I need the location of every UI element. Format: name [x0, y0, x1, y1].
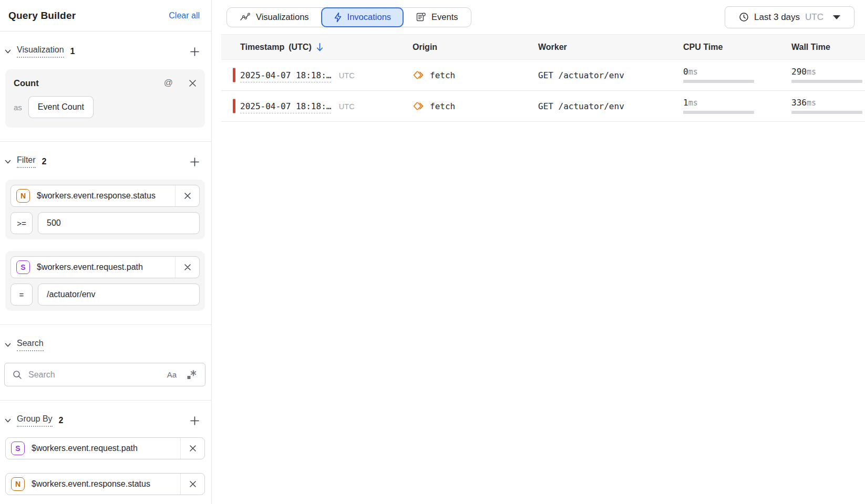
fetch-event-icon — [413, 70, 424, 80]
origin-cell: fetch — [400, 101, 526, 111]
close-icon[interactable] — [189, 79, 197, 87]
worker-cell: GET /actuator/env — [526, 101, 675, 111]
filter-value-input[interactable] — [38, 212, 200, 234]
column-header-origin[interactable]: Origin — [400, 43, 526, 52]
filter-operator-select[interactable]: = — [11, 284, 33, 306]
at-icon[interactable]: @ — [164, 78, 173, 88]
query-builder-sidebar: Query Builder Clear all Visualization 1 … — [0, 0, 212, 504]
table-row[interactable]: 2025-04-07 18:18:… UTC fetch GET /act — [221, 91, 865, 122]
chevron-down-icon[interactable] — [4, 417, 12, 424]
table-row[interactable]: 2025-04-07 18:18:… UTC fetch GET /act — [221, 60, 865, 91]
group-by-field[interactable]: S $workers.event.request.path — [5, 437, 205, 459]
wall-time-bar — [791, 80, 862, 83]
search-section-header: Search — [0, 338, 211, 352]
timestamp-cell: 2025-04-07 18:18:… UTC — [221, 70, 400, 80]
page-title: Query Builder — [8, 10, 76, 22]
filter-value-input[interactable] — [38, 284, 200, 306]
results-topbar: Visualizations Invocations — [212, 0, 865, 34]
wall-time-cell: 336ms — [783, 99, 865, 114]
filter-field[interactable]: N $workers.event.response.status — [11, 185, 200, 207]
column-label-timezone: (UTC) — [289, 43, 312, 52]
add-filter-button[interactable] — [190, 157, 200, 167]
search-section-label[interactable]: Search — [17, 339, 44, 351]
wall-time-unit: ms — [807, 98, 816, 108]
column-label: Wall Time — [791, 43, 830, 52]
column-header-timestamp[interactable]: Timestamp (UTC) — [221, 43, 400, 52]
wall-time-bar — [791, 111, 862, 114]
regex-toggle-icon[interactable] — [186, 369, 197, 380]
cpu-time-cell: 1ms — [675, 99, 783, 114]
filter-field-name: $workers.event.response.status — [37, 191, 175, 201]
tab-label: Events — [431, 12, 458, 22]
column-header-worker[interactable]: Worker — [526, 43, 675, 52]
event-note-icon — [416, 12, 426, 22]
column-label: Origin — [413, 43, 437, 52]
column-label: CPU Time — [683, 43, 723, 52]
filter-card: N $workers.event.response.status >= — [5, 180, 205, 239]
cpu-time-value: 0 — [683, 67, 688, 77]
group-by-field-name: $workers.event.response.status — [32, 479, 180, 489]
number-type-badge: N — [11, 477, 25, 491]
filter-card: S $workers.event.request.path = — [5, 251, 205, 311]
string-type-badge: S — [16, 260, 30, 274]
number-type-badge: N — [16, 189, 30, 203]
filter-value-text[interactable] — [47, 290, 191, 299]
cpu-time-value: 1 — [683, 98, 688, 108]
timestamp-link[interactable]: 2025-04-07 18:18:… — [240, 70, 331, 82]
origin-cell: fetch — [400, 70, 526, 80]
group-by-field[interactable]: N $workers.event.response.status — [5, 473, 205, 495]
group-by-section-label[interactable]: Group By — [17, 414, 53, 427]
chevron-down-icon[interactable] — [4, 342, 12, 348]
chart-line-icon — [240, 13, 251, 22]
remove-filter-icon[interactable] — [175, 185, 199, 206]
tab-label: Visualizations — [256, 12, 309, 22]
section-divider — [0, 141, 211, 142]
remove-filter-icon[interactable] — [175, 257, 199, 278]
clear-all-link[interactable]: Clear all — [169, 11, 200, 20]
remove-group-by-icon[interactable] — [180, 474, 204, 495]
table-header-row: Timestamp (UTC) Origin Worker CPU Time W… — [221, 34, 865, 60]
column-header-wall-time[interactable]: Wall Time — [783, 43, 865, 52]
time-range-timezone: UTC — [805, 12, 823, 23]
tab-events[interactable]: Events — [403, 8, 470, 27]
match-case-toggle[interactable]: Aa — [167, 370, 177, 379]
origin-value: fetch — [430, 101, 455, 111]
time-range-label: Last 3 days — [754, 12, 800, 23]
filter-field[interactable]: S $workers.event.request.path — [11, 256, 200, 278]
caret-down-icon — [833, 15, 840, 19]
fetch-event-icon — [413, 101, 424, 111]
tab-visualizations[interactable]: Visualizations — [227, 8, 322, 27]
timestamp-link[interactable]: 2025-04-07 18:18:… — [240, 101, 331, 113]
as-label: as — [14, 103, 22, 112]
visualization-section-label[interactable]: Visualization — [17, 45, 64, 58]
search-icon — [13, 370, 22, 380]
timestamp-timezone: UTC — [339, 102, 355, 111]
filter-section-label[interactable]: Filter — [17, 155, 36, 168]
wall-time-value: 336 — [791, 98, 807, 108]
column-header-cpu-time[interactable]: CPU Time — [675, 43, 783, 52]
add-visualization-button[interactable] — [190, 47, 200, 57]
time-range-selector[interactable]: Last 3 days UTC — [725, 6, 854, 28]
worker-value: GET /actuator/env — [538, 101, 624, 111]
tab-invocations[interactable]: Invocations — [321, 7, 404, 27]
app-root: Query Builder Clear all Visualization 1 … — [0, 0, 865, 504]
sort-descending-icon[interactable] — [316, 43, 324, 52]
timestamp-timezone: UTC — [339, 71, 355, 80]
filter-operator-select[interactable]: >= — [11, 212, 33, 234]
filter-section-header: Filter 2 — [0, 154, 211, 169]
remove-group-by-icon[interactable] — [180, 438, 204, 459]
sidebar-header: Query Builder Clear all — [0, 0, 211, 32]
add-group-by-button[interactable] — [190, 416, 200, 426]
visualization-alias-field[interactable]: Event Count — [28, 96, 94, 118]
chevron-down-icon[interactable] — [4, 48, 12, 55]
chevron-down-icon[interactable] — [4, 159, 12, 165]
search-input[interactable] — [28, 370, 161, 380]
results-panel: Visualizations Invocations — [212, 0, 865, 504]
cpu-time-unit: ms — [688, 67, 698, 77]
group-by-count: 2 — [59, 416, 64, 425]
cpu-time-cell: 0ms — [675, 68, 783, 83]
cpu-time-bar — [683, 111, 754, 114]
origin-value: fetch — [430, 70, 455, 80]
filter-value-text[interactable] — [47, 218, 191, 228]
cpu-time-unit: ms — [688, 98, 698, 108]
